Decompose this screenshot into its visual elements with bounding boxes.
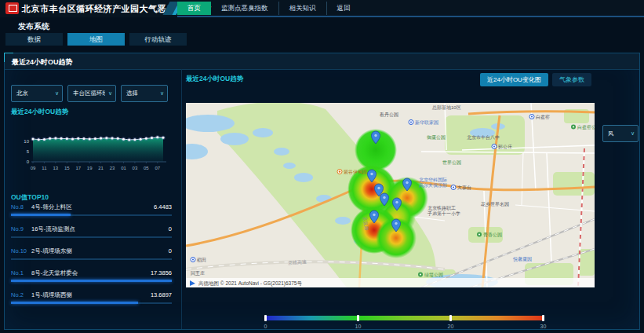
svg-text:15: 15 — [64, 166, 70, 170]
svg-text:01: 01 — [121, 166, 126, 170]
rank-bar-track — [11, 302, 172, 304]
panel-title: 最近24小时OU趋势 — [12, 57, 73, 68]
svg-text:5: 5 — [27, 149, 30, 154]
nav-item-3[interactable]: 返回 — [326, 2, 361, 15]
column-divider — [181, 69, 182, 329]
svg-text:13: 13 — [53, 166, 59, 170]
publish-tab-0[interactable]: 数据 — [5, 33, 63, 46]
ranking-row-2: No.102号-填埋场东侧0 — [11, 247, 172, 269]
rank-number: No.10 — [11, 247, 31, 254]
ranking-row-line: No.21号-填埋场西侧13.6897 — [11, 291, 172, 299]
rank-bar-fill — [11, 214, 71, 216]
legend-tick-label-20: 20 — [443, 324, 459, 329]
legend-tick-0 — [264, 315, 267, 321]
filter-select-2[interactable]: 选择∨ — [121, 85, 168, 102]
main-panel: 最近24小时OU趋势 北京∨丰台区循环经济产∨选择∨ 最近24小时OU趋势 05… — [4, 53, 640, 330]
panel-header: 最近24小时OU趋势 — [5, 53, 639, 70]
rank-value: 13.6897 — [151, 291, 172, 298]
svg-text:看丹公园: 看丹公园 — [379, 112, 398, 118]
svg-text:高德地图 © 2021 AutoNavi - GS(2021: 高德地图 © 2021 AutoNavi - GS(2021)6375号 — [198, 280, 302, 287]
svg-text:绿堤公园: 绿堤公园 — [424, 272, 443, 278]
svg-text:北京市丰台八中: 北京市丰台八中 — [467, 134, 500, 141]
ou-top-title: OU值TOP10 — [11, 193, 49, 203]
map-buttons: 近24小时OU变化图气象参数 — [480, 73, 591, 86]
nav-item-1[interactable]: 监测点恶臭指数 — [211, 2, 278, 15]
svg-text:03: 03 — [133, 166, 138, 170]
rank-value: 17.3856 — [151, 269, 172, 276]
ou-color-scale — [264, 316, 544, 320]
chevron-down-icon: ∨ — [105, 90, 115, 97]
svg-text:北京铁路职工: 北京铁路职工 — [428, 205, 456, 211]
svg-text:白盆窑公园: 白盆窑公园 — [577, 124, 595, 130]
rank-value: 0 — [169, 225, 172, 232]
rank-value: 0 — [169, 247, 172, 254]
svg-text:子弟第十一小学: 子弟第十一小学 — [427, 210, 460, 217]
svg-text:11: 11 — [42, 166, 47, 170]
top-bar: 北京市丰台区循环经济产业园大气恶臭状况实时 首页监测点恶臭指数相关知识返回 — [0, 0, 644, 17]
svg-text:09: 09 — [31, 166, 36, 170]
legend-tick-20 — [449, 315, 452, 321]
ranking-row-line: No.102号-填埋场东侧0 — [11, 247, 172, 255]
svg-text:17: 17 — [75, 166, 81, 170]
svg-text:07: 07 — [155, 166, 160, 170]
legend-tick-label-30: 30 — [536, 324, 551, 329]
map-attribution: 高德地图 © 2021 AutoNavi - GS(2021)6375号 — [186, 278, 595, 287]
filter-select-0[interactable]: 北京∨ — [11, 85, 63, 102]
ou-ranking-list: No.84号-筛分上料区6.4483No.916号-流动监测点0No.102号-… — [11, 203, 172, 313]
nav-underline — [177, 16, 644, 17]
svg-text:稻田: 稻田 — [197, 258, 206, 263]
publish-tabs: 数据地图行动轨迹 — [5, 33, 187, 46]
filter-select-1[interactable]: 丰台区循环经济产∨ — [67, 85, 116, 102]
legend-tick-label-0: 0 — [258, 324, 274, 329]
map-canvas[interactable]: 看丹公园总部基地10区新华联家园御康公园北京市丰台八中世界公园紫谷伊甸园北京华科… — [186, 103, 595, 287]
filter-select-value-0: 北京 — [12, 90, 52, 97]
publish-tab-2[interactable]: 行动轨迹 — [129, 33, 187, 46]
rank-bar-fill — [11, 302, 138, 304]
map-side-select[interactable]: 风 ∨ — [602, 125, 639, 142]
svg-text:0: 0 — [27, 159, 30, 164]
legend-tick-10 — [357, 315, 359, 321]
publish-system-label: 发布系统 — [18, 21, 49, 32]
svg-text:10: 10 — [24, 139, 29, 144]
rank-bar-track — [11, 280, 172, 282]
svg-text:21: 21 — [98, 166, 104, 170]
svg-text:05: 05 — [144, 166, 149, 170]
ranking-row-line: No.84号-筛分上料区6.4483 — [11, 203, 172, 211]
svg-text:紫谷伊甸园: 紫谷伊甸园 — [343, 169, 367, 175]
legend-tick-label-10: 10 — [351, 324, 366, 329]
rank-bar-fill — [11, 280, 172, 282]
ranking-row-4: No.21号-填埋场西侧13.6897 — [11, 291, 172, 313]
filter-select-value-1: 丰台区循环经济产 — [68, 90, 105, 97]
top-nav: 首页监测点恶臭指数相关知识返回 — [177, 2, 361, 15]
svg-text:悦馨康园: 悦馨康园 — [512, 256, 532, 262]
ranking-row-0: No.84号-筛分上料区6.4483 — [11, 203, 172, 225]
ranking-row-line: No.916号-流动监测点0 — [11, 225, 172, 233]
publish-tab-1[interactable]: 地图 — [67, 33, 125, 46]
rank-bar-track — [11, 214, 172, 216]
ranking-row-line: No.18号-北天堂村委会17.3856 — [11, 269, 172, 277]
nav-item-2[interactable]: 相关知识 — [278, 2, 326, 15]
svg-text:花乡世界名园: 花乡世界名园 — [481, 202, 509, 207]
rank-value: 6.4483 — [154, 203, 172, 210]
rank-site-name: 4号-筛分上料区 — [31, 203, 72, 211]
map-button-1[interactable]: 气象参数 — [552, 73, 591, 86]
rank-number: No.1 — [11, 269, 31, 276]
svg-text:总部基地10区: 总部基地10区 — [431, 104, 461, 111]
rank-site-name: 2号-填埋场东侧 — [31, 247, 72, 255]
svg-text:世界公园: 世界公园 — [442, 160, 461, 166]
rank-site-name: 16号-流动监测点 — [31, 225, 75, 233]
svg-text:大葆台: 大葆台 — [457, 185, 471, 191]
nav-item-0[interactable]: 首页 — [177, 2, 211, 15]
dashboard-root: 北京市丰台区循环经济产业园大气恶臭状况实时 首页监测点恶臭指数相关知识返回 发布… — [0, 0, 644, 333]
legend-tick-30 — [542, 315, 544, 321]
svg-text:19: 19 — [87, 166, 93, 170]
svg-text:新华联家园: 新华联家园 — [415, 119, 438, 126]
map-section-title: 最近24小时OU趋势 — [186, 75, 243, 84]
chevron-down-icon: ∨ — [157, 90, 167, 97]
chevron-down-icon: ∨ — [628, 130, 638, 137]
map-side-select-value: 风 — [603, 130, 628, 137]
svg-text:御康公园: 御康公园 — [427, 134, 446, 141]
map-button-0[interactable]: 近24小时OU变化图 — [480, 73, 548, 86]
rank-site-name: 8号-北天堂村委会 — [31, 269, 78, 277]
svg-text:青香公园: 青香公园 — [483, 232, 502, 238]
